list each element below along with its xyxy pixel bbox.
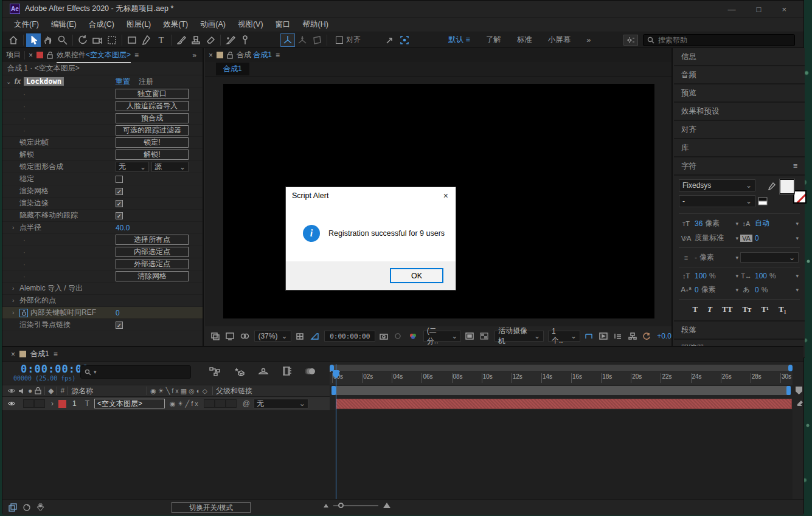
playhead-line[interactable] [336,364,336,514]
dialog-close-icon[interactable]: × [443,191,448,201]
current-timecode[interactable]: 0:00:00:00 [21,363,89,375]
layer-eye-icon[interactable] [7,401,16,407]
stroke-style-select[interactable]: ⌄ [740,252,799,263]
select-all-points-button[interactable]: 选择所有点 [116,235,189,245]
motion-blur-icon[interactable] [305,366,316,376]
view-layout-select[interactable]: 1 个..⌄ [548,331,580,342]
menu-layer[interactable]: 图层(L) [121,18,156,32]
hand-tool-icon[interactable] [41,33,55,47]
parent-select[interactable]: 无⌄ [254,399,308,408]
pickwhip-icon[interactable]: @ [243,399,250,408]
workspace-settings-icon[interactable] [623,35,638,46]
timeline-h-scrollbar[interactable] [330,365,793,371]
timeline-search-box[interactable]: ▾ [80,365,191,379]
resolution-select[interactable]: (二分..⌄ [423,331,461,342]
index-column-header[interactable]: # [60,387,64,395]
roto-brush-tool-icon[interactable] [223,33,238,47]
screen-controls-cursor-icon[interactable] [383,33,397,47]
lock-button[interactable]: 锁定! [116,137,189,148]
render-order-icon[interactable] [23,503,32,512]
panel-paragraph[interactable]: 段落 [674,322,805,340]
render-edges-checkbox[interactable]: ✓ [116,200,123,207]
layer-switch-cell[interactable] [215,399,226,408]
panel-character[interactable]: 字符≡ [674,157,805,176]
stopwatch-icon[interactable] [19,309,28,317]
render-mesh-checkbox[interactable]: ✓ [116,188,123,195]
maximize-button[interactable]: □ [757,5,762,14]
layer-switch-cell[interactable] [226,399,237,408]
type-tool-icon[interactable]: T [154,33,168,47]
lock-graph-comp-select-2[interactable]: 源⌄ [151,162,189,172]
font-style-select[interactable]: -⌄ [679,195,755,207]
fill-stroke-swatches[interactable] [780,179,807,204]
layer-switch-cell[interactable] [204,399,215,408]
parent-link-column-header[interactable]: 父级和链接 [216,386,252,396]
pan-behind-tool-icon[interactable] [105,33,119,47]
reset-exposure-icon[interactable] [642,332,653,340]
timeline-button-icon[interactable] [614,332,624,340]
active-camera-select[interactable]: 活动摄像机⌄ [494,331,544,342]
comp-timecode[interactable]: 0:00:00:00 [324,331,375,342]
set-bw-swatch-icon[interactable] [758,197,768,205]
clone-stamp-tool-icon[interactable] [189,33,203,47]
expand-layers-icon[interactable] [9,503,18,512]
rotate-tool-icon[interactable] [75,33,90,47]
timeline-empty-area[interactable] [2,410,793,499]
internal-keyframe-time-value[interactable]: 0 [116,309,120,317]
menu-animation[interactable]: 动画(A) [195,18,231,32]
optional-track-filter-button[interactable]: 可选的跟踪过滤器 [116,125,189,136]
exposure-value[interactable]: +0.0 [657,332,671,340]
layer-solo-cell[interactable] [34,399,45,408]
zoom-knob[interactable] [338,503,344,508]
font-family-select[interactable]: Fixedsys⌄ [679,179,755,191]
region-of-interest-icon[interactable] [397,33,412,47]
standalone-window-button[interactable]: 独立窗口 [116,89,189,99]
baseline-shift-control[interactable]: A₊ª0像素▾ [680,284,738,295]
layer-label-swatch[interactable] [58,400,66,408]
timeline-zoom-slider[interactable] [324,503,390,508]
panel-audio[interactable]: 音频 [674,66,805,84]
outer-selected-points-button[interactable]: 外部选定点 [116,259,189,269]
menu-effect[interactable]: 效果(T) [158,18,193,32]
effect-register-link[interactable]: 注册 [139,77,153,87]
menu-help[interactable]: 帮助(H) [297,18,334,32]
unlock-icon[interactable] [227,52,233,59]
camera-tool-icon[interactable] [90,33,105,47]
comp-flowchart-icon[interactable] [209,366,220,376]
tracking-control[interactable]: VA0▾ [740,234,799,243]
shy-layers-icon[interactable] [258,366,269,376]
layer-marker-icon[interactable] [796,399,804,407]
panel-menu-icon[interactable]: ≡ [276,51,280,60]
leading-control[interactable]: ↕A自动▾ [740,218,799,229]
precompose-button[interactable]: 预合成 [116,113,189,123]
draft-3d-icon[interactable] [234,366,245,376]
effect-reset-link[interactable]: 重置 [116,77,130,87]
vertical-scale-control[interactable]: ↕T100%▾ [680,272,738,280]
audio-column-speaker-icon[interactable] [18,388,26,394]
channel-rgb-icon[interactable] [409,332,419,340]
stroke-width-control[interactable]: ≡-像素▾ [680,252,738,263]
layer-row[interactable]: › 1 T <空文本图层> ◉☀╱fx @ 无⌄ [2,397,330,410]
panel-preview[interactable]: 预览 [674,84,805,103]
point-radius-value[interactable]: 40.0 [116,224,130,232]
kerning-control[interactable]: V∕A度量标准▾ [680,233,738,243]
home-tool-icon[interactable] [6,33,21,47]
layer-audio-cell[interactable] [23,399,34,408]
mask-visibility-icon[interactable] [240,332,251,340]
fast-previews-icon[interactable] [599,332,609,340]
selection-tool-icon[interactable] [26,33,41,47]
panel-library[interactable]: 库 [674,139,805,157]
help-search-box[interactable] [643,34,795,46]
zoom-out-mountain-icon[interactable] [324,504,328,507]
brush-tool-icon[interactable] [174,33,189,47]
world-axis-mode-icon[interactable] [295,33,310,47]
externalized-points-label[interactable]: 外部化的点 [19,295,56,306]
workspace-default[interactable]: 默认 ≡ [448,35,470,45]
solo-column-icon[interactable]: ● [28,387,32,395]
menu-window[interactable]: 窗口 [270,18,296,32]
show-snapshot-icon[interactable] [394,332,404,340]
puppet-pin-tool-icon[interactable] [238,33,252,47]
tab-composition[interactable]: 合成 合成1 [237,50,272,60]
layer-twirl-icon[interactable]: › [51,399,54,408]
comp-marker-bin-icon[interactable] [795,386,803,395]
